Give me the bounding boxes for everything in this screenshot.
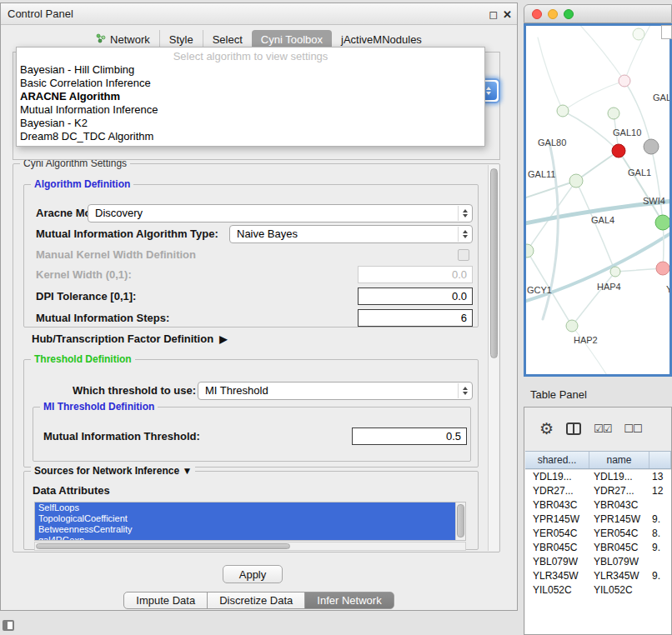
network-node[interactable] (612, 144, 625, 158)
node-label: GAL4 (591, 215, 614, 225)
sources-group: Sources for Network Inference ▼ Data Att… (23, 471, 479, 550)
select-all-icon[interactable]: ☑☑ (594, 422, 611, 435)
table-row[interactable]: YER054CYER054C8. (525, 527, 671, 541)
network-window-titlebar[interactable] (524, 4, 672, 23)
network-node[interactable] (610, 267, 620, 277)
bottom-tab-infer-network[interactable]: Infer Network (304, 592, 394, 609)
table-cell: YER054C (589, 527, 649, 541)
network-edge[interactable] (572, 326, 609, 374)
close-window-icon[interactable]: ✕ (503, 8, 512, 21)
gear-icon[interactable]: ⚙ (539, 419, 554, 438)
table-row[interactable]: YDR27...YDR27...12 (525, 484, 671, 498)
algorithm-dropdown-popup: Select algorithm to view settings Bayesi… (16, 47, 485, 147)
attributes-horizontal-scrollbar[interactable] (34, 542, 466, 551)
which-threshold-combo[interactable]: MI Threshold (198, 382, 473, 400)
table-row[interactable]: YBR043CYBR043C (525, 498, 671, 512)
table-cell: 13 (649, 470, 671, 484)
network-edge[interactable] (563, 81, 624, 111)
table-cell: YBR045C (525, 541, 589, 555)
network-scrollbar-stub[interactable] (661, 25, 672, 39)
threshold-definition-group: Threshold Definition Which threshold to … (23, 359, 479, 468)
algorithm-option[interactable]: Dream8 DC_TDC Algorithm (17, 130, 484, 143)
network-edge[interactable] (576, 151, 619, 181)
manual-kernel-label: Manual Kernel Width Definition (36, 246, 196, 264)
dpi-tolerance-label: DPI Tolerance [0,1]: (36, 288, 136, 306)
network-node[interactable] (656, 262, 669, 275)
table-body: YDL19...YDL19...13YDR27...YDR27...12YBR0… (525, 470, 671, 634)
panel-grip-icon[interactable] (3, 620, 14, 631)
column-header[interactable]: name (589, 452, 649, 468)
algorithm-option[interactable]: ARACNE Algorithm (17, 90, 484, 103)
apply-button[interactable]: Apply (223, 565, 283, 583)
attributes-list-scrollbar[interactable] (455, 502, 465, 540)
aracne-mode-combo[interactable]: Discovery (88, 204, 473, 222)
sources-title[interactable]: Sources for Network Inference ▼ (31, 465, 195, 477)
column-layout-icon[interactable] (566, 422, 581, 435)
network-edge[interactable] (538, 38, 563, 111)
algorithm-option[interactable]: Basic Correlation Inference (17, 77, 484, 90)
network-edge[interactable] (619, 151, 663, 222)
column-header[interactable]: shared... (525, 452, 589, 468)
close-traffic-light-icon[interactable] (532, 9, 542, 19)
hub-definition-expander[interactable]: Hub/Transcription Factor Definition ▶ (32, 332, 227, 345)
network-node[interactable] (569, 174, 583, 188)
network-edge[interactable] (526, 181, 576, 199)
network-view-canvas[interactable]: GAL80GAL10GALGAL11GAL1SWI4GAL4GCY1HAP4YH… (524, 23, 672, 377)
settings-scrollbar[interactable] (488, 165, 499, 551)
table-cell (649, 555, 671, 569)
attribute-item[interactable]: TopologicalCoefficient (35, 513, 455, 524)
minimize-traffic-light-icon[interactable] (548, 9, 558, 19)
network-node[interactable] (619, 75, 630, 87)
deselect-all-icon[interactable]: ☐☐ (624, 422, 641, 435)
bottom-tab-bar: Impute DataDiscretize DataInfer Network (1, 592, 517, 609)
network-svg: GAL80GAL10GALGAL11GAL1SWI4GAL4GCY1HAP4YH… (526, 26, 669, 374)
threshold-definition-title: Threshold Definition (31, 353, 135, 365)
attribute-item[interactable]: BetweennessCentrality (35, 524, 455, 535)
table-cell: YER054C (525, 527, 589, 541)
float-window-icon[interactable]: ◻ (489, 8, 498, 21)
network-edge[interactable] (576, 181, 615, 272)
network-node[interactable] (557, 105, 569, 117)
dropdown-placeholder: Select algorithm to view settings (17, 49, 484, 63)
mi-steps-input[interactable]: 6 (358, 309, 473, 327)
table-row[interactable]: YDL19...YDL19...13 (525, 470, 671, 484)
attribute-item[interactable]: SelfLoops (35, 502, 455, 513)
table-row[interactable]: YIL052CYIL052C (525, 583, 671, 598)
network-edge[interactable] (615, 268, 663, 272)
network-node[interactable] (644, 139, 659, 154)
which-threshold-value: MI Threshold (205, 384, 268, 397)
mi-threshold-input[interactable]: 0.5 (352, 428, 467, 445)
manual-kernel-checkbox[interactable] (458, 249, 469, 261)
mi-threshold-group: MI Threshold Definition Mutual Informati… (33, 407, 471, 462)
table-row[interactable]: YBL079WYBL079W (525, 555, 671, 569)
network-edge[interactable] (576, 26, 624, 81)
table-cell: 9. (649, 512, 671, 527)
zoom-traffic-light-icon[interactable] (564, 9, 574, 19)
table-row[interactable]: YBR045CYBR045C9. (525, 541, 671, 555)
bottom-tab-impute-data[interactable]: Impute Data (123, 592, 208, 609)
network-node[interactable] (633, 28, 644, 40)
table-row[interactable]: YPR145WYPR145W9. (525, 512, 671, 527)
combo-arrows-icon (458, 227, 471, 242)
column-header[interactable] (649, 452, 671, 468)
table-cell: YIL052C (589, 583, 649, 598)
algorithm-option[interactable]: Bayesian - Hill Climbing (17, 63, 484, 77)
algorithm-option[interactable]: Bayesian - K2 (17, 117, 484, 130)
algorithm-option[interactable]: Mutual Information Inference (17, 103, 484, 117)
network-node[interactable] (608, 108, 619, 119)
mi-algorithm-combo[interactable]: Naive Bayes (229, 225, 473, 243)
network-node[interactable] (655, 215, 669, 230)
attribute-item[interactable]: gal4RGexp (35, 535, 455, 541)
which-threshold-label: Which threshold to use: (73, 382, 196, 400)
mi-algorithm-label: Mutual Information Algorithm Type: (36, 225, 218, 243)
table-cell: YBL079W (525, 555, 589, 569)
table-row[interactable]: YLR345WYLR345W9. (525, 569, 671, 583)
kernel-width-input[interactable]: 0.0 (358, 266, 473, 283)
bottom-tab-discretize-data[interactable]: Discretize Data (207, 592, 305, 609)
node-label: Y (666, 284, 669, 294)
network-node[interactable] (566, 320, 578, 332)
data-attributes-listbox[interactable]: SelfLoopsTopologicalCoefficientBetweenne… (34, 502, 466, 541)
network-node[interactable] (526, 244, 534, 258)
dpi-tolerance-input[interactable]: 0.0 (358, 288, 473, 305)
network-edge[interactable] (572, 272, 615, 326)
